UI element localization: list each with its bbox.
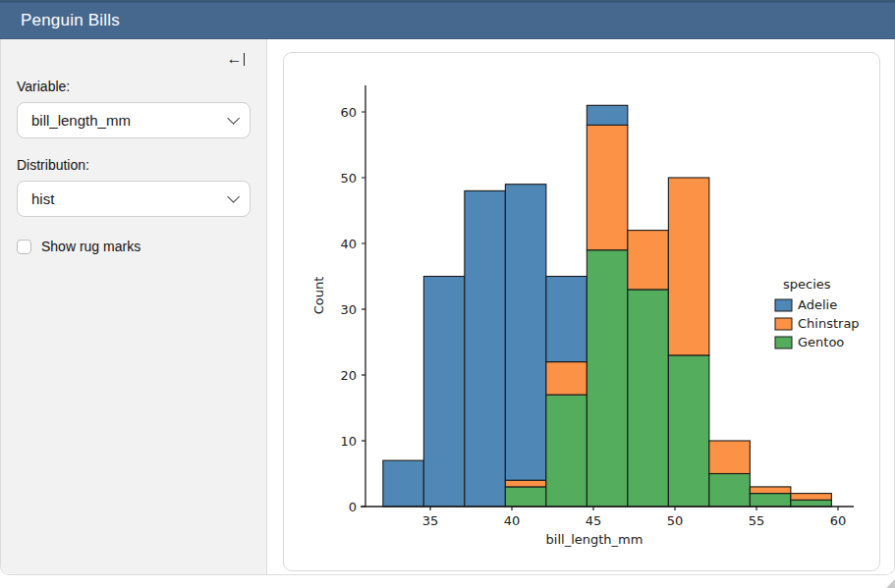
rug-checkbox-row: Show rug marks bbox=[17, 239, 251, 254]
svg-text:45: 45 bbox=[586, 513, 602, 528]
rug-checkbox-label: Show rug marks bbox=[41, 239, 140, 254]
svg-text:Gentoo: Gentoo bbox=[798, 335, 844, 349]
svg-text:35: 35 bbox=[422, 513, 439, 528]
svg-text:Adelie: Adelie bbox=[798, 297, 837, 312]
variable-select[interactable]: bill_length_mm bbox=[17, 102, 251, 138]
svg-text:20: 20 bbox=[340, 368, 357, 383]
distribution-select-value: hist bbox=[31, 190, 54, 207]
distribution-select[interactable]: hist bbox=[17, 181, 251, 217]
svg-text:60: 60 bbox=[340, 105, 357, 120]
left-arrow-icon: ← bbox=[227, 51, 243, 67]
sidebar-collapse-button[interactable]: ← bbox=[227, 51, 246, 67]
penguin-histogram: 3540455055600102030405060bill_length_mmC… bbox=[284, 53, 880, 571]
chevron-down-icon bbox=[227, 112, 240, 125]
svg-text:50: 50 bbox=[340, 171, 357, 186]
svg-text:Count: Count bbox=[311, 277, 326, 315]
svg-text:0: 0 bbox=[349, 500, 357, 514]
chevron-down-icon bbox=[227, 190, 240, 203]
svg-text:10: 10 bbox=[340, 434, 357, 449]
plot-card: 3540455055600102030405060bill_length_mmC… bbox=[283, 52, 880, 571]
svg-text:50: 50 bbox=[667, 513, 684, 528]
svg-text:55: 55 bbox=[749, 513, 765, 528]
bar-icon bbox=[244, 53, 246, 66]
sidebar: ← Variable: bill_length_mm Distribution:… bbox=[1, 39, 267, 574]
app-title: Penguin Bills bbox=[21, 11, 120, 30]
svg-text:40: 40 bbox=[340, 237, 357, 251]
variable-label: Variable: bbox=[17, 79, 251, 94]
svg-text:Chinstrap: Chinstrap bbox=[798, 316, 860, 331]
distribution-label: Distribution: bbox=[17, 157, 251, 173]
variable-select-value: bill_length_mm bbox=[31, 112, 131, 129]
svg-text:60: 60 bbox=[830, 513, 847, 528]
main-panel: 3540455055600102030405060bill_length_mmC… bbox=[267, 39, 894, 574]
svg-text:30: 30 bbox=[340, 302, 357, 317]
rug-checkbox[interactable] bbox=[17, 240, 31, 254]
sidebar-layout: ← Variable: bill_length_mm Distribution:… bbox=[0, 39, 895, 575]
app-header: Penguin Bills bbox=[0, 0, 895, 39]
svg-text:bill_length_mm: bill_length_mm bbox=[546, 532, 643, 547]
svg-text:40: 40 bbox=[504, 513, 521, 528]
svg-text:species: species bbox=[783, 277, 831, 292]
resize-grip-icon[interactable] bbox=[886, 579, 895, 588]
